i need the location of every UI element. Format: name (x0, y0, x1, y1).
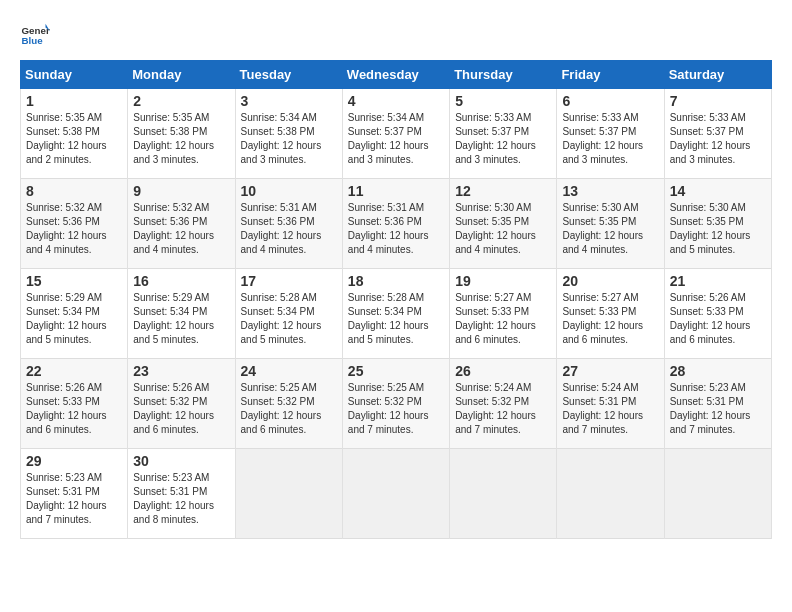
calendar-day-cell: 1 Sunrise: 5:35 AMSunset: 5:38 PMDayligh… (21, 89, 128, 179)
calendar-week-row: 8 Sunrise: 5:32 AMSunset: 5:36 PMDayligh… (21, 179, 772, 269)
day-info: Sunrise: 5:24 AMSunset: 5:31 PMDaylight:… (562, 381, 658, 437)
day-info: Sunrise: 5:34 AMSunset: 5:37 PMDaylight:… (348, 111, 444, 167)
day-number: 29 (26, 453, 122, 469)
calendar-day-cell: 23 Sunrise: 5:26 AMSunset: 5:32 PMDaylig… (128, 359, 235, 449)
day-number: 20 (562, 273, 658, 289)
day-info: Sunrise: 5:32 AMSunset: 5:36 PMDaylight:… (26, 201, 122, 257)
calendar-week-row: 15 Sunrise: 5:29 AMSunset: 5:34 PMDaylig… (21, 269, 772, 359)
calendar-day-cell (664, 449, 771, 539)
calendar-day-cell: 12 Sunrise: 5:30 AMSunset: 5:35 PMDaylig… (450, 179, 557, 269)
calendar-day-cell: 19 Sunrise: 5:27 AMSunset: 5:33 PMDaylig… (450, 269, 557, 359)
logo-icon: General Blue (20, 20, 50, 50)
header-friday: Friday (557, 61, 664, 89)
day-info: Sunrise: 5:23 AMSunset: 5:31 PMDaylight:… (670, 381, 766, 437)
day-info: Sunrise: 5:24 AMSunset: 5:32 PMDaylight:… (455, 381, 551, 437)
header-thursday: Thursday (450, 61, 557, 89)
calendar-table: SundayMondayTuesdayWednesdayThursdayFrid… (20, 60, 772, 539)
calendar-day-cell: 7 Sunrise: 5:33 AMSunset: 5:37 PMDayligh… (664, 89, 771, 179)
calendar-day-cell: 8 Sunrise: 5:32 AMSunset: 5:36 PMDayligh… (21, 179, 128, 269)
day-info: Sunrise: 5:33 AMSunset: 5:37 PMDaylight:… (670, 111, 766, 167)
day-info: Sunrise: 5:28 AMSunset: 5:34 PMDaylight:… (348, 291, 444, 347)
day-info: Sunrise: 5:27 AMSunset: 5:33 PMDaylight:… (455, 291, 551, 347)
day-info: Sunrise: 5:27 AMSunset: 5:33 PMDaylight:… (562, 291, 658, 347)
day-number: 15 (26, 273, 122, 289)
calendar-day-cell: 30 Sunrise: 5:23 AMSunset: 5:31 PMDaylig… (128, 449, 235, 539)
calendar-day-cell: 2 Sunrise: 5:35 AMSunset: 5:38 PMDayligh… (128, 89, 235, 179)
calendar-day-cell: 25 Sunrise: 5:25 AMSunset: 5:32 PMDaylig… (342, 359, 449, 449)
header-monday: Monday (128, 61, 235, 89)
calendar-day-cell: 14 Sunrise: 5:30 AMSunset: 5:35 PMDaylig… (664, 179, 771, 269)
calendar-day-cell: 21 Sunrise: 5:26 AMSunset: 5:33 PMDaylig… (664, 269, 771, 359)
calendar-day-cell (235, 449, 342, 539)
day-info: Sunrise: 5:32 AMSunset: 5:36 PMDaylight:… (133, 201, 229, 257)
day-info: Sunrise: 5:31 AMSunset: 5:36 PMDaylight:… (348, 201, 444, 257)
day-number: 6 (562, 93, 658, 109)
day-info: Sunrise: 5:23 AMSunset: 5:31 PMDaylight:… (26, 471, 122, 527)
day-number: 14 (670, 183, 766, 199)
calendar-week-row: 1 Sunrise: 5:35 AMSunset: 5:38 PMDayligh… (21, 89, 772, 179)
day-number: 7 (670, 93, 766, 109)
header-saturday: Saturday (664, 61, 771, 89)
calendar-day-cell (450, 449, 557, 539)
day-number: 5 (455, 93, 551, 109)
calendar-day-cell: 3 Sunrise: 5:34 AMSunset: 5:38 PMDayligh… (235, 89, 342, 179)
calendar-day-cell: 4 Sunrise: 5:34 AMSunset: 5:37 PMDayligh… (342, 89, 449, 179)
day-number: 4 (348, 93, 444, 109)
calendar-day-cell: 15 Sunrise: 5:29 AMSunset: 5:34 PMDaylig… (21, 269, 128, 359)
calendar-day-cell: 16 Sunrise: 5:29 AMSunset: 5:34 PMDaylig… (128, 269, 235, 359)
day-number: 12 (455, 183, 551, 199)
day-info: Sunrise: 5:31 AMSunset: 5:36 PMDaylight:… (241, 201, 337, 257)
calendar-day-cell: 17 Sunrise: 5:28 AMSunset: 5:34 PMDaylig… (235, 269, 342, 359)
day-info: Sunrise: 5:26 AMSunset: 5:33 PMDaylight:… (26, 381, 122, 437)
calendar-day-cell (342, 449, 449, 539)
day-info: Sunrise: 5:35 AMSunset: 5:38 PMDaylight:… (26, 111, 122, 167)
calendar-day-cell: 10 Sunrise: 5:31 AMSunset: 5:36 PMDaylig… (235, 179, 342, 269)
day-info: Sunrise: 5:26 AMSunset: 5:32 PMDaylight:… (133, 381, 229, 437)
calendar-day-cell: 6 Sunrise: 5:33 AMSunset: 5:37 PMDayligh… (557, 89, 664, 179)
header-tuesday: Tuesday (235, 61, 342, 89)
day-number: 8 (26, 183, 122, 199)
header-wednesday: Wednesday (342, 61, 449, 89)
day-info: Sunrise: 5:29 AMSunset: 5:34 PMDaylight:… (26, 291, 122, 347)
day-info: Sunrise: 5:33 AMSunset: 5:37 PMDaylight:… (455, 111, 551, 167)
calendar-day-cell: 13 Sunrise: 5:30 AMSunset: 5:35 PMDaylig… (557, 179, 664, 269)
day-info: Sunrise: 5:30 AMSunset: 5:35 PMDaylight:… (670, 201, 766, 257)
day-number: 30 (133, 453, 229, 469)
day-info: Sunrise: 5:33 AMSunset: 5:37 PMDaylight:… (562, 111, 658, 167)
calendar-day-cell: 11 Sunrise: 5:31 AMSunset: 5:36 PMDaylig… (342, 179, 449, 269)
calendar-header-row: SundayMondayTuesdayWednesdayThursdayFrid… (21, 61, 772, 89)
calendar-week-row: 22 Sunrise: 5:26 AMSunset: 5:33 PMDaylig… (21, 359, 772, 449)
page-header: General Blue (20, 20, 772, 50)
day-number: 2 (133, 93, 229, 109)
day-info: Sunrise: 5:26 AMSunset: 5:33 PMDaylight:… (670, 291, 766, 347)
logo: General Blue (20, 20, 50, 50)
day-number: 21 (670, 273, 766, 289)
calendar-day-cell: 5 Sunrise: 5:33 AMSunset: 5:37 PMDayligh… (450, 89, 557, 179)
day-number: 10 (241, 183, 337, 199)
day-number: 16 (133, 273, 229, 289)
day-info: Sunrise: 5:35 AMSunset: 5:38 PMDaylight:… (133, 111, 229, 167)
day-info: Sunrise: 5:25 AMSunset: 5:32 PMDaylight:… (348, 381, 444, 437)
day-info: Sunrise: 5:34 AMSunset: 5:38 PMDaylight:… (241, 111, 337, 167)
day-number: 3 (241, 93, 337, 109)
day-info: Sunrise: 5:29 AMSunset: 5:34 PMDaylight:… (133, 291, 229, 347)
svg-text:Blue: Blue (22, 35, 44, 46)
calendar-day-cell: 27 Sunrise: 5:24 AMSunset: 5:31 PMDaylig… (557, 359, 664, 449)
calendar-day-cell: 20 Sunrise: 5:27 AMSunset: 5:33 PMDaylig… (557, 269, 664, 359)
calendar-day-cell: 22 Sunrise: 5:26 AMSunset: 5:33 PMDaylig… (21, 359, 128, 449)
day-number: 19 (455, 273, 551, 289)
calendar-week-row: 29 Sunrise: 5:23 AMSunset: 5:31 PMDaylig… (21, 449, 772, 539)
calendar-day-cell: 24 Sunrise: 5:25 AMSunset: 5:32 PMDaylig… (235, 359, 342, 449)
day-number: 25 (348, 363, 444, 379)
calendar-day-cell (557, 449, 664, 539)
day-number: 1 (26, 93, 122, 109)
calendar-day-cell: 18 Sunrise: 5:28 AMSunset: 5:34 PMDaylig… (342, 269, 449, 359)
day-number: 27 (562, 363, 658, 379)
day-number: 26 (455, 363, 551, 379)
day-number: 9 (133, 183, 229, 199)
day-number: 11 (348, 183, 444, 199)
day-number: 18 (348, 273, 444, 289)
day-info: Sunrise: 5:25 AMSunset: 5:32 PMDaylight:… (241, 381, 337, 437)
day-info: Sunrise: 5:30 AMSunset: 5:35 PMDaylight:… (562, 201, 658, 257)
calendar-day-cell: 28 Sunrise: 5:23 AMSunset: 5:31 PMDaylig… (664, 359, 771, 449)
